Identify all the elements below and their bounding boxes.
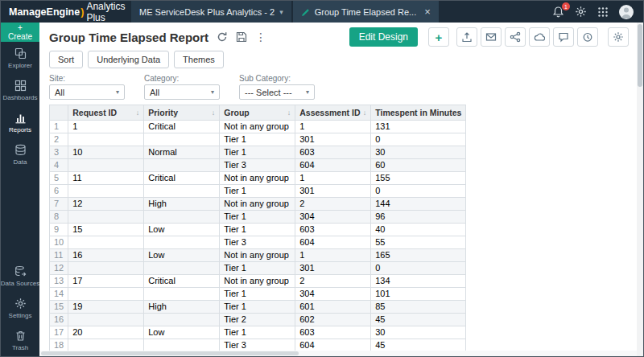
table-row[interactable]: 2Tier 13010 — [50, 133, 466, 146]
category-select[interactable]: All ▾ — [144, 84, 220, 100]
table-row[interactable]: 511CriticalNot in any group1155 — [50, 172, 466, 185]
table-row[interactable]: 1519HighTier 160185 — [50, 301, 466, 314]
table-row[interactable]: 14Tier 1304101 — [50, 288, 466, 301]
chevron-down-icon[interactable]: ▾ — [279, 8, 283, 16]
table-cell: 30 — [371, 326, 466, 339]
report-tab[interactable]: Group Time Elapsed Re... × — [293, 1, 439, 23]
underlying-data-button[interactable]: Underlying Data — [88, 51, 169, 68]
table-cell: 40 — [371, 224, 466, 236]
sort-icon[interactable]: ↓ — [287, 105, 291, 120]
column-header-label: Group — [224, 108, 250, 117]
column-header-priority[interactable]: ↓ Priority — [144, 105, 220, 121]
sidebar-item-trash[interactable]: Trash — [1, 324, 39, 356]
column-header-group[interactable]: ↓ Group — [220, 105, 295, 121]
table-cell: 10 — [68, 146, 144, 159]
table-row[interactable]: 11CriticalNot in any group1131 — [50, 121, 466, 133]
table-row[interactable]: 712HighNot in any group2144 — [50, 198, 466, 211]
table-cell: Tier 1 — [220, 288, 295, 301]
table-cell: 1 — [295, 172, 371, 185]
edit-design-button[interactable]: Edit Design — [349, 27, 418, 47]
themes-button[interactable]: Themes — [174, 51, 224, 68]
row-number: 11 — [50, 249, 68, 262]
scrollbar-thumb[interactable] — [41, 351, 299, 355]
sidebar-item-settings[interactable]: Settings — [1, 292, 39, 324]
workspace-tab-label: ME ServiceDesk Plus Analytics - 2 — [139, 7, 275, 17]
report-settings-button[interactable] — [608, 27, 629, 47]
table-row[interactable]: 6Tier 13010 — [50, 185, 466, 198]
row-number: 14 — [50, 288, 68, 301]
more-menu-button[interactable]: ⋮ — [255, 31, 266, 43]
table-cell: Normal — [144, 146, 220, 159]
sort-icon[interactable]: ↓ — [363, 105, 367, 120]
save-button[interactable] — [236, 31, 247, 43]
product-text: Analytics Plus — [86, 1, 125, 23]
brand-accent: ) — [80, 6, 84, 18]
site-select[interactable]: All ▾ — [49, 84, 125, 100]
notifications-button[interactable]: 1 — [552, 6, 564, 18]
table-cell: 19 — [68, 301, 144, 314]
table-row[interactable]: 8Tier 130496 — [50, 211, 466, 224]
export-button[interactable] — [456, 27, 477, 47]
table-cell — [68, 288, 144, 301]
topbar-actions: 1 — [552, 1, 643, 23]
table-row[interactable]: 12Tier 13010 — [50, 262, 466, 275]
schedule-button[interactable] — [577, 27, 598, 47]
table-cell: Not in any group — [220, 249, 295, 262]
table-cell: 602 — [295, 314, 371, 326]
sidebar-item-data-sources[interactable]: Data Sources — [1, 260, 39, 292]
apps-grid-icon[interactable] — [597, 6, 609, 18]
table-row[interactable]: 915LowTier 160340 — [50, 224, 466, 236]
column-header-request-id[interactable]: ↓ Request ID — [68, 105, 144, 121]
table-row[interactable]: 1317CriticalNot in any group2134 — [50, 275, 466, 288]
close-icon[interactable]: × — [424, 6, 431, 17]
workspace-tab[interactable]: ME ServiceDesk Plus Analytics - 2 ▾ — [131, 1, 291, 23]
sub-category-select[interactable]: --- Select --- ▾ — [239, 84, 315, 100]
table-cell: 101 — [371, 288, 466, 301]
report-actions: Sort Underlying Data Themes — [39, 49, 643, 72]
table-body: 11CriticalNot in any group11312Tier 1301… — [50, 121, 466, 352]
column-header-timespent[interactable]: ↓ Timespent in Minutes — [371, 105, 466, 121]
pencil-icon — [301, 7, 310, 16]
share-button[interactable] — [505, 27, 526, 47]
table-cell: Tier 1 — [220, 185, 295, 198]
table-cell — [144, 236, 220, 249]
sort-icon[interactable]: ↓ — [136, 105, 140, 120]
table-row[interactable]: 4Tier 360460 — [50, 159, 466, 172]
table-row[interactable]: 1720LowTier 160330 — [50, 326, 466, 339]
add-button[interactable]: + — [428, 27, 449, 47]
create-button[interactable]: + Create — [1, 23, 39, 42]
table-cell: 144 — [371, 198, 466, 211]
publish-button[interactable] — [529, 27, 550, 47]
gear-icon[interactable] — [575, 6, 587, 18]
vertical-scrollbar[interactable] — [637, 23, 643, 356]
table-cell: 304 — [295, 211, 371, 224]
table-row[interactable]: 10Tier 360455 — [50, 236, 466, 249]
avatar[interactable] — [619, 5, 634, 19]
sidebar-item-data[interactable]: Data — [1, 138, 39, 170]
sidebar-spacer — [1, 170, 39, 260]
table-row[interactable]: 310NormalTier 160330 — [50, 146, 466, 159]
table-cell: 15 — [68, 224, 144, 236]
table-row[interactable]: 16Tier 260245 — [50, 314, 466, 326]
row-number: 1 — [50, 121, 68, 133]
table-row[interactable]: 1116LowNot in any group1165 — [50, 249, 466, 262]
sidebar-item-dashboards[interactable]: Dashboards — [1, 74, 39, 106]
column-header-assessment-id[interactable]: ↓ Assessment ID — [295, 105, 371, 121]
sidebar-item-label: Reports — [9, 126, 31, 133]
scrollbar-thumb[interactable] — [638, 24, 642, 87]
row-number: 6 — [50, 185, 68, 198]
table-cell: 85 — [371, 301, 466, 314]
sort-icon[interactable]: ↓ — [212, 105, 216, 120]
refresh-button[interactable] — [217, 31, 228, 43]
filter-site: Site: All ▾ — [49, 74, 125, 100]
sidebar-item-reports[interactable]: Reports — [1, 106, 39, 138]
table-cell: 16 — [68, 249, 144, 262]
email-button[interactable] — [481, 27, 502, 47]
table-cell — [68, 185, 144, 198]
sidebar-item-explorer[interactable]: Explorer — [1, 42, 39, 74]
comment-button[interactable] — [553, 27, 574, 47]
horizontal-scrollbar[interactable] — [39, 351, 637, 356]
row-number: 17 — [50, 326, 68, 339]
table-cell: 603 — [295, 224, 371, 236]
sort-button[interactable]: Sort — [49, 51, 83, 68]
